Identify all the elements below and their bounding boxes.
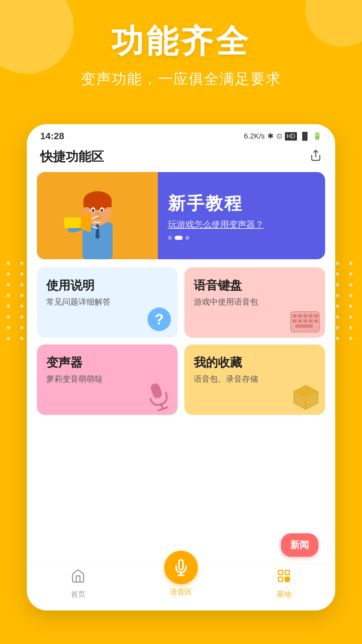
svg-rect-22 (298, 314, 302, 318)
banner-dots (168, 236, 315, 240)
svg-point-10 (96, 213, 99, 215)
svg-rect-27 (298, 319, 302, 323)
banner-dot-3 (185, 236, 189, 240)
signal-icon: ▐▌ (300, 132, 310, 141)
svg-rect-26 (293, 319, 297, 323)
card-usage-subtitle: 常见问题详细解答 (46, 297, 168, 307)
svg-rect-21 (293, 314, 297, 318)
banner[interactable]: 新手教程 玩游戏怎么使用变声器？ (37, 172, 325, 259)
box-icon (292, 383, 320, 412)
svg-point-12 (102, 213, 109, 217)
phone-mockup: 14:28 6.2K/s ✱ ⊙ HD ▐▌ 🔋 快捷功能区 (27, 124, 335, 610)
nav-voice-zone-button[interactable] (164, 551, 198, 584)
app-header-title: 快捷功能区 (40, 148, 104, 165)
svg-rect-25 (314, 314, 318, 318)
card-voice-subtitle: 游戏中使用语音包 (194, 297, 316, 307)
cards-grid: 使用说明 常见问题详细解答 ? 语音键盘 游戏中使用语音包 (37, 267, 325, 415)
status-icons: 6.2K/s ✱ ⊙ HD ▐▌ 🔋 (244, 132, 322, 141)
hd-icon: HD (285, 132, 297, 141)
banner-illustration (37, 172, 158, 259)
svg-rect-40 (278, 570, 283, 575)
banner-dot-1 (168, 236, 172, 240)
card-favorites-title: 我的收藏 (194, 355, 316, 371)
banner-right: 新手教程 玩游戏怎么使用变声器？ (158, 172, 325, 259)
main-title: 功能齐全 (0, 20, 362, 64)
nav-home[interactable]: 首页 (27, 569, 130, 599)
svg-rect-29 (309, 319, 313, 323)
card-changer[interactable]: 变声器 萝莉变音萌萌哒 (37, 344, 178, 415)
svg-rect-23 (303, 314, 307, 318)
content-area: 新手教程 玩游戏怎么使用变声器？ 使用说明 常见问题详细解答 ? 语音键盘 游戏… (27, 172, 335, 415)
svg-rect-28 (303, 319, 307, 323)
svg-rect-32 (149, 382, 163, 399)
svg-point-44 (285, 577, 289, 581)
card-changer-title: 变声器 (46, 355, 168, 371)
nav-voice-zone-label: 语音区 (170, 587, 192, 597)
svg-point-9 (101, 209, 103, 212)
svg-rect-41 (285, 570, 289, 575)
status-bar: 14:28 6.2K/s ✱ ⊙ HD ▐▌ 🔋 (27, 124, 335, 145)
alarm-icon: ⊙ (276, 132, 282, 141)
battery-icon: 🔋 (313, 132, 322, 141)
base-icon (277, 569, 291, 587)
banner-dot-2 (175, 236, 183, 240)
svg-rect-5 (83, 201, 112, 207)
svg-marker-16 (81, 213, 91, 232)
svg-point-8 (92, 209, 94, 212)
nav-home-label: 首页 (71, 589, 85, 599)
card-changer-subtitle: 萝莉变音萌萌哒 (46, 374, 168, 384)
keyboard-icon (290, 311, 320, 333)
card-usage-title: 使用说明 (46, 277, 168, 294)
nav-base-label: 基地 (277, 589, 291, 599)
bottom-nav: 首页 语音区 (27, 564, 335, 610)
card-voice-keyboard[interactable]: 语音键盘 游戏中使用语音包 (184, 267, 325, 338)
question-icon: ? (147, 308, 171, 331)
banner-subtitle: 玩游戏怎么使用变声器？ (168, 219, 315, 230)
share-icon[interactable] (310, 149, 322, 164)
banner-title: 新手教程 (168, 192, 315, 215)
header-section: 功能齐全 变声功能，一应俱全满足要求 (0, 20, 362, 89)
svg-rect-24 (309, 314, 313, 318)
status-time: 14:28 (40, 131, 64, 142)
nav-voice-zone[interactable]: 语音区 (130, 551, 233, 597)
app-header: 快捷功能区 (27, 145, 335, 172)
bluetooth-icon: ✱ (267, 132, 274, 141)
speed-indicator: 6.2K/s (244, 132, 264, 141)
card-voice-title: 语音键盘 (194, 277, 316, 294)
svg-rect-31 (295, 324, 313, 328)
card-favorites[interactable]: 我的收藏 语音包、录音存储 (184, 344, 325, 415)
sub-title: 变声功能，一应俱全满足要求 (0, 69, 362, 89)
svg-rect-15 (64, 217, 81, 228)
news-badge[interactable]: 新闻 (281, 533, 318, 557)
nav-base[interactable]: 基地 (232, 569, 335, 599)
svg-rect-42 (278, 577, 283, 581)
svg-rect-30 (314, 319, 318, 323)
home-icon (71, 569, 85, 587)
card-usage[interactable]: 使用说明 常见问题详细解答 ? (37, 267, 178, 338)
